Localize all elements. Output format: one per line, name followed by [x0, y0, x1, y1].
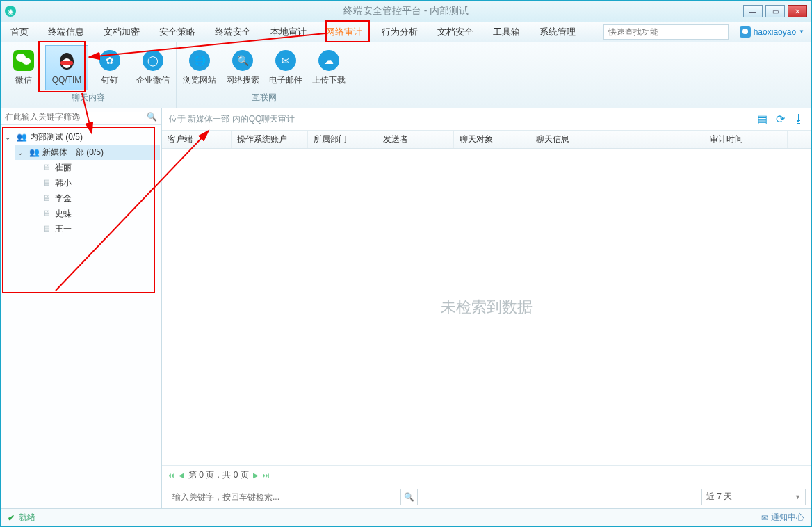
menu-tab-5[interactable]: 本地审计 [261, 22, 316, 42]
ribbon-websearch[interactable]: 🔍网络搜索 [221, 45, 264, 90]
window-title: 终端安全管控平台 - 内部测试 [343, 5, 469, 17]
app-logo-icon: ◉ [5, 6, 16, 17]
check-icon: ✔ [8, 513, 15, 523]
menubar: 首页终端信息文档加密安全策略终端安全本地审计网络审计行为分析文档安全工具箱系统管… [1, 22, 811, 42]
ribbon-label: QQ/TIM [52, 75, 82, 85]
ribbon-wechat[interactable]: 微信 [2, 45, 45, 90]
tree-user[interactable]: 🖥李金 [27, 190, 160, 206]
ribbon-label: 浏览网站 [183, 74, 216, 86]
keyword-input[interactable] [168, 492, 400, 502]
tree-user-label: 崔丽 [55, 162, 72, 174]
pager-next-icon[interactable]: ▶ [253, 471, 259, 479]
qqtim-icon [56, 50, 78, 72]
tree-dept[interactable]: ⌄ 👥 新媒体一部 (0/5) [15, 145, 160, 160]
monitor-icon: 🖥 [41, 178, 52, 188]
notification-center[interactable]: ✉ 通知中心 [761, 512, 804, 524]
ribbon-label: 微信 [15, 74, 32, 86]
column-header[interactable]: 所属部门 [308, 131, 377, 148]
pager-first-icon[interactable]: ⏮ [168, 471, 174, 479]
notify-label: 通知中心 [771, 512, 804, 524]
menu-tab-0[interactable]: 首页 [1, 22, 38, 42]
download-icon[interactable]: ⭳ [793, 113, 804, 126]
username-label: haoxiaoyao [754, 27, 796, 37]
tree-filter[interactable]: 🔍 [1, 108, 161, 125]
column-header[interactable]: 发送者 [377, 131, 454, 148]
ribbon-browse[interactable]: 🌐浏览网站 [178, 45, 221, 90]
wechat-icon [13, 49, 35, 72]
table-header: 客户端操作系统账户所属部门发送者聊天对象聊天信息审计时间 [162, 131, 811, 149]
tree-user[interactable]: 🖥崔丽 [27, 160, 160, 175]
user-menu[interactable]: haoxiaoyao ▼ [733, 22, 811, 42]
ribbon: 微信QQ/TIM✿钉钉◯企业微信聊天内容🌐浏览网站🔍网络搜索✉电子邮件☁上传下载… [1, 42, 811, 108]
menu-tab-9[interactable]: 工具箱 [483, 22, 530, 42]
columns-icon[interactable]: ▤ [757, 113, 768, 126]
breadcrumb: 位于 新媒体一部 内的QQ聊天审计 [169, 113, 295, 125]
group-icon: 👥 [16, 132, 27, 142]
chevron-down-icon: ⌄ [17, 149, 26, 156]
column-header[interactable]: 聊天对象 [454, 131, 530, 148]
ribbon-group-label: 聊天内容 [1, 90, 176, 106]
ribbon-wework[interactable]: ◯企业微信 [131, 45, 174, 90]
tree-root[interactable]: ⌄ 👥 内部测试 (0/5) [2, 129, 160, 145]
close-button[interactable]: ✕ [788, 5, 807, 17]
ribbon-label: 钉钉 [102, 74, 118, 86]
column-header[interactable]: 客户端 [162, 131, 232, 148]
menu-tab-8[interactable]: 文档安全 [428, 22, 483, 42]
ribbon-upload[interactable]: ☁上传下载 [307, 45, 350, 90]
tree-user[interactable]: 🖥王一 [27, 221, 160, 236]
menu-tab-10[interactable]: 系统管理 [530, 22, 585, 42]
tree-user-label: 王一 [55, 223, 72, 235]
refresh-icon[interactable]: ⟳ [776, 113, 785, 126]
column-header[interactable]: 审计时间 [704, 131, 788, 148]
ribbon-group-label: 互联网 [177, 90, 352, 106]
websearch-icon: 🔍 [232, 49, 254, 72]
browse-icon: 🌐 [188, 49, 211, 72]
pager-prev-icon[interactable]: ◀ [179, 471, 184, 479]
wework-icon: ◯ [142, 49, 164, 72]
search-icon[interactable]: 🔍 [400, 489, 417, 505]
menu-tab-3[interactable]: 安全策略 [149, 22, 205, 42]
keyword-search[interactable]: 🔍 [168, 489, 418, 505]
menu-tab-1[interactable]: 终端信息 [38, 22, 94, 42]
quick-search-input[interactable] [608, 27, 724, 37]
maximize-button[interactable]: ▭ [765, 5, 785, 17]
ribbon-qqtim[interactable]: QQ/TIM [45, 45, 88, 90]
ribbon-label: 上传下载 [312, 74, 346, 86]
tree-user-label: 韩小 [55, 177, 72, 189]
table-body: 未检索到数据 [162, 149, 811, 465]
tree-user-label: 史蝶 [55, 208, 72, 220]
chevron-down-icon: ▼ [795, 494, 801, 501]
menu-tab-4[interactable]: 终端安全 [205, 22, 261, 42]
empty-state: 未检索到数据 [441, 297, 533, 318]
tree-filter-input[interactable] [5, 112, 144, 122]
monitor-icon: 🖥 [41, 224, 52, 234]
mail-icon: ✉ [761, 513, 768, 523]
search-icon: 🔍 [147, 112, 157, 122]
ribbon-email[interactable]: ✉电子邮件 [264, 45, 307, 90]
menu-tab-7[interactable]: 行为分析 [372, 22, 428, 42]
upload-icon: ☁ [318, 49, 340, 72]
column-header[interactable]: 操作系统账户 [232, 131, 308, 148]
pager-last-icon[interactable]: ⏭ [263, 471, 270, 479]
menu-tab-6[interactable]: 网络审计 [316, 22, 372, 42]
org-tree: ⌄ 👥 内部测试 (0/5) ⌄ 👥 新媒体一部 (0/5) 🖥崔丽🖥韩小🖥李金… [1, 125, 161, 508]
minimize-button[interactable]: — [743, 5, 763, 17]
pager: ⏮ ◀ 第 0 页，共 0 页 ▶ ⏭ [162, 465, 811, 485]
group-icon: 👥 [29, 147, 40, 157]
ribbon-label: 企业微信 [136, 74, 170, 86]
ribbon-label: 电子邮件 [269, 74, 302, 86]
date-range-select[interactable]: 近 7 天 ▼ [701, 489, 806, 505]
quick-search[interactable] [603, 24, 729, 40]
tree-root-label: 内部测试 (0/5) [30, 131, 83, 143]
ribbon-label: 网络搜索 [226, 74, 259, 86]
column-header[interactable]: 聊天信息 [530, 131, 704, 148]
tree-user[interactable]: 🖥韩小 [27, 175, 160, 190]
dingding-icon: ✿ [99, 49, 121, 72]
ribbon-dingding[interactable]: ✿钉钉 [88, 45, 131, 90]
menu-tab-2[interactable]: 文档加密 [94, 22, 149, 42]
tree-user[interactable]: 🖥史蝶 [27, 206, 160, 221]
sidebar: 🔍 ⌄ 👥 内部测试 (0/5) ⌄ 👥 新媒体一部 (0/5) 🖥崔丽🖥韩小🖥… [1, 108, 162, 508]
chevron-down-icon: ▼ [799, 29, 804, 35]
monitor-icon: 🖥 [41, 163, 52, 172]
titlebar: ◉ 终端安全管控平台 - 内部测试 — ▭ ✕ [1, 1, 811, 22]
